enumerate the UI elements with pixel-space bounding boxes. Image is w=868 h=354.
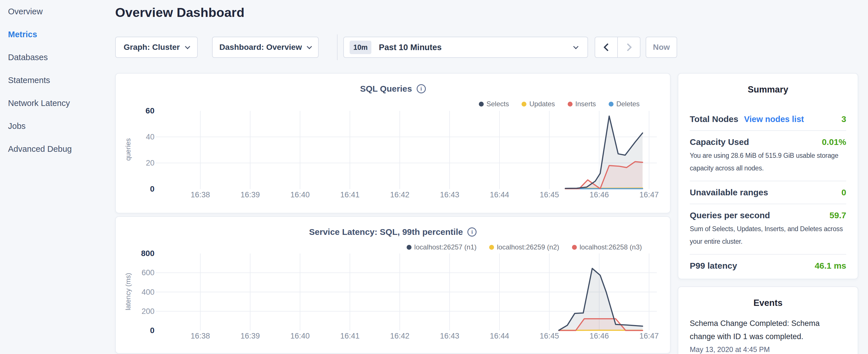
summary-row-queries-per-second: Queries per second59.7Sum of Selects, Up… [690,204,846,255]
x-tick-label: 16:45 [526,190,572,199]
x-tick-label: 16:43 [427,190,472,199]
x-tick-label: 16:42 [377,332,423,341]
summary-row-p99-latency: P99 latency46.1 ms [690,255,846,277]
summary-row-description: Sum of Selects, Updates, Inserts, and De… [690,223,846,248]
summary-row-value: 0.01% [822,137,846,147]
x-tick-label: 16:43 [427,332,472,341]
x-tick-label: 16:46 [576,190,622,199]
event-timestamp: May 13, 2020 at 4:45 PM [690,345,846,354]
time-range-dropdown[interactable]: 10m Past 10 Minutes [343,37,588,58]
sidebar-item-network-latency[interactable]: Network Latency [0,92,115,115]
y-tick-label: 40 [131,132,154,141]
event-item: Schema Change Completed: Schema change w… [690,317,846,354]
prev-interval-button[interactable] [595,37,617,57]
x-tick-label: 16:38 [177,190,223,199]
summary-row-label: Capacity Used [690,137,749,147]
x-tick-label: 16:38 [177,332,223,341]
events-list: Schema Change Completed: Schema change w… [690,317,846,354]
y-tick-label: 800 [131,249,154,258]
summary-row-value: 3 [841,114,846,124]
y-tick-label: 0 [131,326,154,335]
sidebar-item-overview[interactable]: Overview [0,0,115,23]
summary-row-capacity-used: Capacity Used0.01%You are using 28.6 MiB… [690,131,846,181]
x-tick-label: 16:41 [327,190,373,199]
x-tick-label: 16:40 [277,190,323,199]
x-tick-label: 16:47 [626,190,672,199]
summary-row-unavailable-ranges: Unavailable ranges0 [690,181,846,204]
graph-dropdown[interactable]: Graph: Cluster [115,37,198,58]
y-tick-label: 400 [131,288,154,297]
chevron-left-icon [603,43,611,51]
x-tick-label: 16:46 [576,332,622,341]
time-range-badge: 10m [350,41,371,54]
summary-row-total-nodes: Total NodesView nodes list3 [690,108,846,131]
chart-plot[interactable] [116,74,670,205]
page-title: Overview Dashboard [115,5,244,20]
x-tick-label: 16:45 [526,332,572,341]
chart-plot[interactable] [116,217,670,346]
x-tick-label: 16:39 [227,332,273,341]
sql-queries-chart-card: SQL Queries i SelectsUpdatesInsertsDelet… [115,73,671,213]
summary-row-label: Queries per second [690,211,770,220]
sidebar-item-metrics[interactable]: Metrics [0,23,115,46]
events-title: Events [678,298,858,308]
dashboard-dropdown[interactable]: Dashboard: Overview [212,37,319,58]
next-interval-button[interactable] [617,37,640,57]
y-tick-label: 60 [131,106,154,116]
controls-divider [337,34,338,60]
x-tick-label: 16:41 [327,332,373,341]
chevron-down-icon [307,44,312,49]
y-tick-label: 600 [131,268,154,277]
summary-row-head: P99 latency46.1 ms [690,261,846,271]
time-step-buttons [595,37,641,58]
x-tick-label: 16:44 [476,332,522,341]
sidebar-item-databases[interactable]: Databases [0,46,115,69]
chevron-down-icon [185,44,190,49]
chevron-right-icon [624,43,631,51]
chevron-down-icon [573,44,578,49]
summary-row-head: Queries per second59.7 [690,211,846,220]
summary-row-value: 0 [841,188,846,197]
sidebar-item-jobs[interactable]: Jobs [0,115,115,137]
summary-row-label: P99 latency [690,261,737,271]
summary-rows: Total NodesView nodes list3Capacity Used… [690,108,846,277]
x-tick-label: 16:42 [377,190,423,199]
y-tick-label: 20 [131,158,154,167]
summary-row-description: You are using 28.6 MiB of 515.9 GiB usab… [690,149,846,174]
time-range-label: Past 10 Minutes [379,43,442,52]
summary-row-head: Total NodesView nodes list3 [690,114,846,124]
sidebar: OverviewMetricsDatabasesStatementsNetwor… [0,0,115,354]
summary-row-head: Capacity Used0.01% [690,137,846,147]
summary-row-value: 46.1 ms [815,261,846,271]
x-tick-label: 16:44 [476,190,522,199]
summary-row-head: Unavailable ranges0 [690,188,846,197]
sidebar-item-statements[interactable]: Statements [0,69,115,92]
summary-row-value: 59.7 [830,211,846,220]
x-tick-label: 16:47 [626,332,672,341]
graph-dropdown-label: Graph: Cluster [124,43,180,52]
summary-panel: Summary Total NodesView nodes list3Capac… [678,73,858,279]
view-nodes-link[interactable]: View nodes list [744,115,804,124]
y-tick-label: 0 [131,185,154,194]
events-panel: Events Schema Change Completed: Schema c… [678,286,858,354]
x-tick-label: 16:40 [277,332,323,341]
event-text: Schema Change Completed: Schema change w… [690,317,836,343]
x-tick-label: 16:39 [227,190,273,199]
now-button[interactable]: Now [646,37,677,58]
dashboard-dropdown-label: Dashboard: Overview [219,43,302,52]
summary-row-label: Unavailable ranges [690,188,768,197]
summary-row-label: Total Nodes [690,114,738,124]
service-latency-chart-card: Service Latency: SQL, 99th percentile i … [115,216,671,354]
summary-title: Summary [678,85,858,95]
y-tick-label: 200 [131,307,154,316]
sidebar-item-advanced-debug[interactable]: Advanced Debug [0,137,115,160]
